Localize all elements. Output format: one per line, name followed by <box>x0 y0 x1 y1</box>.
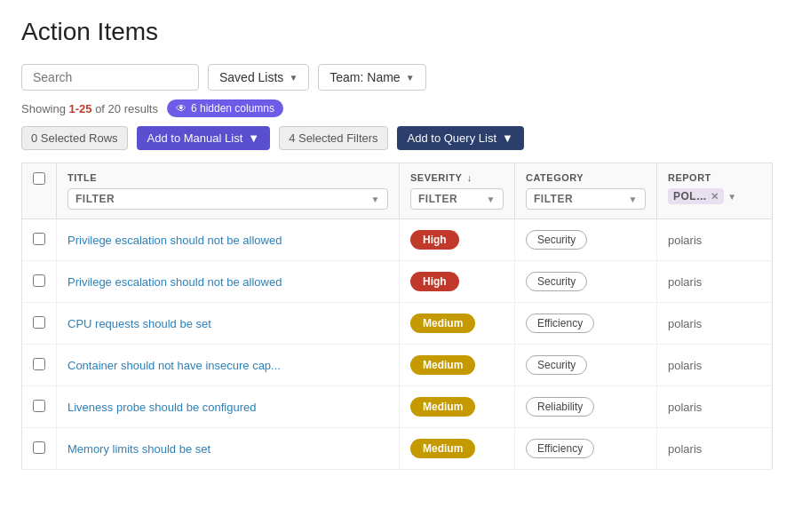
category-badge: Security <box>526 272 587 291</box>
row-title-link[interactable]: Privilege escalation should not be allow… <box>67 275 282 289</box>
report-filter-chevron-icon: ▼ <box>727 192 736 202</box>
report-filter-value: POL... <box>673 190 707 202</box>
title-filter-chevron-icon: ▼ <box>371 195 380 204</box>
row-title-link[interactable]: Privilege escalation should not be allow… <box>67 234 282 247</box>
th-title: TITLE FILTER ▼ <box>57 163 400 219</box>
row-category-cell: Security <box>515 345 657 386</box>
row-report-cell: polaris <box>657 219 773 261</box>
report-text: polaris <box>668 359 702 372</box>
row-title-cell: Container should not have insecure cap..… <box>57 345 400 386</box>
action-items-table: TITLE FILTER ▼ SEVERITY ↓ FILTER ▼ CATEG… <box>21 163 773 470</box>
severity-badge: Medium <box>410 397 475 417</box>
row-report-cell: polaris <box>657 303 773 345</box>
add-query-caret-icon: ▼ <box>502 131 513 145</box>
team-name-caret-icon: ▼ <box>406 73 415 83</box>
severity-badge: High <box>410 230 459 250</box>
severity-filter-control[interactable]: FILTER ▼ <box>410 188 504 210</box>
category-filter-placeholder: FILTER <box>534 193 573 205</box>
row-checkbox-cell <box>22 261 57 303</box>
search-input[interactable] <box>21 64 199 91</box>
saved-lists-caret-icon: ▼ <box>289 73 298 83</box>
team-name-label: Team: Name <box>330 70 400 84</box>
table-body: Privilege escalation should not be allow… <box>22 219 773 470</box>
th-checkbox <box>22 163 57 219</box>
row-title-link[interactable]: CPU requests should be set <box>67 317 211 330</box>
selected-rows-badge: 0 Selected Rows <box>21 126 128 150</box>
row-title-link[interactable]: Container should not have insecure cap..… <box>67 359 281 372</box>
report-text: polaris <box>668 317 702 330</box>
category-badge: Efficiency <box>526 314 594 333</box>
severity-filter-placeholder: FILTER <box>418 193 457 205</box>
th-report: REPORT POL... ✕ ▼ <box>657 163 773 219</box>
select-all-checkbox[interactable] <box>33 172 45 185</box>
row-title-link[interactable]: Memory limits should be set <box>67 442 210 456</box>
report-text: polaris <box>668 234 702 247</box>
th-title-label: TITLE <box>67 172 388 183</box>
row-severity-cell: Medium <box>400 303 515 345</box>
row-checkbox-cell <box>22 386 57 428</box>
row-checkbox[interactable] <box>33 400 45 412</box>
row-title-cell: CPU requests should be set <box>57 303 400 345</box>
hidden-columns-badge[interactable]: 👁 6 hidden columns <box>167 99 283 117</box>
severity-badge: High <box>410 272 459 291</box>
report-text: polaris <box>668 442 702 456</box>
category-badge: Security <box>526 355 587 375</box>
toolbar-row: Saved Lists ▼ Team: Name ▼ <box>21 64 773 91</box>
row-severity-cell: Medium <box>400 386 515 428</box>
row-severity-cell: Medium <box>400 428 515 470</box>
row-checkbox-cell <box>22 303 57 345</box>
info-row: Showing 1-25 of 20 results 👁 6 hidden co… <box>21 99 773 117</box>
results-text: Showing 1-25 of 20 results <box>21 102 158 115</box>
table-row: Liveness probe should be configured Medi… <box>22 386 773 428</box>
hidden-cols-label: 6 hidden columns <box>191 102 274 115</box>
row-title-cell: Memory limits should be set <box>57 428 400 470</box>
report-text: polaris <box>668 401 702 414</box>
report-filter-clear-button[interactable]: ✕ <box>711 191 719 202</box>
page-title: Action Items <box>21 18 773 46</box>
row-severity-cell: Medium <box>400 345 515 386</box>
team-name-button[interactable]: Team: Name ▼ <box>318 64 425 91</box>
selected-filters-badge: 4 Selected Filters <box>279 126 387 150</box>
row-title-link[interactable]: Liveness probe should be configured <box>67 401 256 414</box>
row-category-cell: Reliability <box>515 386 657 428</box>
report-filter-tag: POL... ✕ <box>668 188 724 204</box>
add-query-list-button[interactable]: Add to Query List ▼ <box>397 126 524 150</box>
actions-row: 0 Selected Rows Add to Manual List ▼ 4 S… <box>21 126 773 150</box>
row-severity-cell: High <box>400 261 515 303</box>
row-title-cell: Privilege escalation should not be allow… <box>57 261 400 303</box>
row-report-cell: polaris <box>657 345 773 386</box>
table-row: CPU requests should be set Medium Effici… <box>22 303 773 345</box>
severity-badge: Medium <box>410 355 475 375</box>
add-manual-caret-icon: ▼ <box>248 131 259 145</box>
row-checkbox[interactable] <box>33 316 45 329</box>
row-checkbox[interactable] <box>33 233 45 245</box>
row-checkbox[interactable] <box>33 274 45 287</box>
row-checkbox[interactable] <box>33 441 45 454</box>
table-row: Container should not have insecure cap..… <box>22 345 773 386</box>
row-checkbox[interactable] <box>33 358 45 370</box>
title-filter-control[interactable]: FILTER ▼ <box>67 188 388 210</box>
row-checkbox-cell <box>22 219 57 261</box>
table-header-row: TITLE FILTER ▼ SEVERITY ↓ FILTER ▼ CATEG… <box>22 163 773 219</box>
category-filter-control[interactable]: FILTER ▼ <box>526 188 646 210</box>
th-severity: SEVERITY ↓ FILTER ▼ <box>400 163 515 219</box>
category-filter-chevron-icon: ▼ <box>629 195 638 204</box>
row-report-cell: polaris <box>657 386 773 428</box>
add-manual-list-button[interactable]: Add to Manual List ▼ <box>137 126 271 150</box>
category-badge: Efficiency <box>526 439 594 458</box>
category-badge: Security <box>526 230 587 250</box>
th-severity-label: SEVERITY ↓ <box>410 172 504 183</box>
row-report-cell: polaris <box>657 428 773 470</box>
row-category-cell: Efficiency <box>515 428 657 470</box>
severity-badge: Medium <box>410 439 475 458</box>
saved-lists-button[interactable]: Saved Lists ▼ <box>208 64 309 91</box>
report-text: polaris <box>668 275 702 289</box>
row-severity-cell: High <box>400 219 515 261</box>
row-checkbox-cell <box>22 345 57 386</box>
severity-sort-icon: ↓ <box>467 172 472 183</box>
th-category-label: CATEGORY <box>526 172 646 183</box>
row-category-cell: Security <box>515 261 657 303</box>
table-row: Privilege escalation should not be allow… <box>22 219 773 261</box>
hidden-cols-icon: 👁 <box>176 102 187 115</box>
row-checkbox-cell <box>22 428 57 470</box>
